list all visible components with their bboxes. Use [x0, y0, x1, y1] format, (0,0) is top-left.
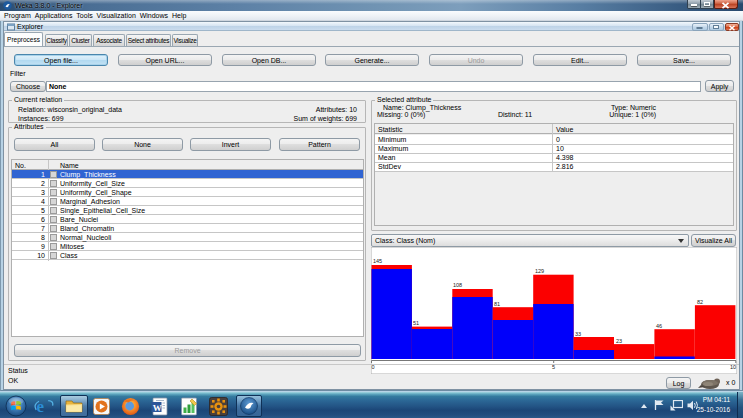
svg-text:46: 46	[656, 323, 662, 329]
svg-text:33: 33	[575, 331, 581, 337]
svg-text:129: 129	[535, 268, 544, 274]
svg-text:81: 81	[494, 301, 500, 307]
svg-text:e: e	[37, 397, 45, 416]
svg-text:82: 82	[697, 299, 703, 305]
svg-text:51: 51	[413, 320, 419, 326]
svg-text:23: 23	[616, 338, 622, 344]
svg-text:145: 145	[373, 258, 382, 264]
svg-text:W: W	[153, 403, 162, 413]
svg-text:108: 108	[453, 282, 462, 288]
